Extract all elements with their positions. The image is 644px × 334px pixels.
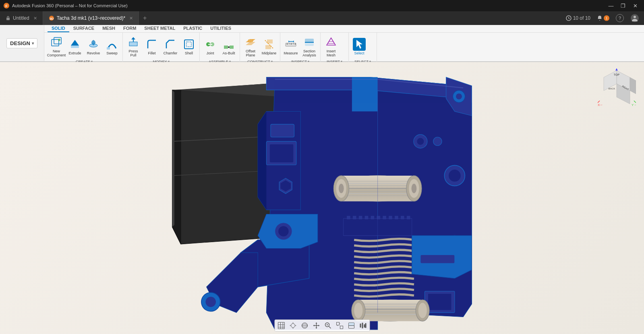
tab-right-controls: 10 of 10 1 ? bbox=[561, 11, 644, 25]
svg-rect-103 bbox=[353, 216, 356, 219]
viewport-area: TOP RIGHT BACK Z X← Y→ bbox=[0, 62, 644, 334]
modify-group: PressPull Fillet bbox=[123, 33, 200, 64]
svg-point-59 bbox=[205, 297, 216, 307]
midplane-button[interactable]: Midplane bbox=[260, 36, 278, 57]
pan-button[interactable] bbox=[311, 321, 322, 330]
svg-marker-120 bbox=[630, 77, 636, 94]
revolve-button[interactable]: Revolve bbox=[85, 36, 102, 57]
midplane-label: Midplane bbox=[262, 52, 277, 56]
display-settings-button[interactable] bbox=[357, 321, 369, 330]
history-counter[interactable]: 10 of 10 bbox=[566, 15, 590, 21]
restore-button[interactable]: ❐ bbox=[617, 0, 629, 11]
tab-form[interactable]: FORM bbox=[119, 25, 140, 32]
close-button[interactable]: ✕ bbox=[630, 0, 641, 11]
tab-plastic[interactable]: PLASTIC bbox=[179, 25, 206, 32]
tab-untitled[interactable]: Untitled ✕ bbox=[0, 11, 43, 25]
extrude-button[interactable]: Extrude bbox=[66, 36, 84, 57]
insert-mesh-label: InsertMesh bbox=[327, 50, 336, 58]
assemble-group: Joint bbox=[200, 33, 240, 64]
revolve-icon bbox=[87, 38, 100, 51]
svg-text:BACK: BACK bbox=[609, 87, 615, 90]
toolbar-container: DESIGN ▾ SOLID SURFACE MESH FORM SHEET M… bbox=[0, 25, 644, 62]
section-label: SectionAnalysis bbox=[302, 50, 316, 58]
svg-rect-73 bbox=[428, 294, 451, 310]
insert-mesh-button[interactable]: InsertMesh bbox=[322, 34, 340, 59]
tab-mesh[interactable]: MESH bbox=[98, 25, 119, 32]
offset-plane-button[interactable]: OffsetPlane bbox=[242, 34, 259, 59]
insert-group: InsertMesh INSERT▾ bbox=[321, 33, 349, 64]
minimize-button[interactable]: — bbox=[605, 0, 617, 11]
svg-marker-29 bbox=[246, 42, 255, 45]
extrude-icon bbox=[68, 38, 81, 51]
midplane-icon bbox=[263, 38, 275, 51]
tab-solid[interactable]: SOLID bbox=[48, 25, 69, 32]
measure-button[interactable]: Measure bbox=[282, 36, 300, 57]
insert-mesh-icon bbox=[325, 36, 338, 49]
press-pull-button[interactable]: PressPull bbox=[124, 34, 142, 59]
zoom-button[interactable] bbox=[322, 321, 333, 330]
modify-buttons: PressPull Fillet bbox=[124, 33, 198, 59]
svg-rect-2 bbox=[6, 18, 10, 20]
snap-button[interactable] bbox=[287, 321, 298, 330]
fit-button[interactable] bbox=[334, 321, 345, 330]
svg-text:TOP: TOP bbox=[614, 73, 620, 76]
svg-rect-13 bbox=[71, 46, 79, 48]
svg-point-99 bbox=[354, 303, 362, 318]
measure-label: Measure bbox=[284, 52, 298, 56]
offset-plane-icon bbox=[244, 36, 257, 49]
svg-marker-30 bbox=[246, 39, 255, 42]
section-analysis-button[interactable]: SectionAnalysis bbox=[300, 34, 318, 59]
svg-rect-156 bbox=[360, 324, 361, 328]
grid-button[interactable] bbox=[275, 321, 287, 330]
measure-icon bbox=[284, 38, 297, 51]
help-button[interactable]: ? bbox=[616, 14, 624, 22]
svg-rect-16 bbox=[107, 47, 110, 50]
history-icon bbox=[566, 15, 572, 21]
svg-rect-110 bbox=[395, 216, 398, 219]
viewcube[interactable]: TOP RIGHT BACK Z X← Y→ bbox=[598, 68, 636, 107]
svg-rect-106 bbox=[371, 216, 374, 219]
svg-marker-127 bbox=[615, 68, 618, 71]
svg-point-71 bbox=[433, 137, 441, 145]
press-pull-icon bbox=[127, 36, 140, 49]
svg-marker-141 bbox=[315, 322, 317, 324]
construct-buttons: OffsetPlane Midplan bbox=[242, 33, 278, 59]
as-built-icon bbox=[222, 38, 235, 51]
tab-utilities[interactable]: UTILITIES bbox=[206, 25, 235, 32]
svg-point-133 bbox=[291, 324, 295, 328]
as-built-button[interactable]: As-Built bbox=[220, 36, 238, 57]
tab-surface[interactable]: SURFACE bbox=[69, 25, 99, 32]
select-tool-icon bbox=[353, 38, 366, 51]
svg-rect-104 bbox=[358, 216, 362, 219]
insert-buttons: InsertMesh bbox=[322, 33, 347, 59]
shell-button[interactable]: Shell bbox=[180, 36, 198, 57]
svg-marker-144 bbox=[318, 325, 319, 326]
select-tool-button[interactable]: Select bbox=[350, 36, 368, 57]
svg-rect-108 bbox=[383, 216, 386, 219]
tab-sheet-metal[interactable]: SHEET METAL bbox=[140, 25, 179, 32]
shell-icon bbox=[182, 38, 195, 51]
fillet-button[interactable]: Fillet bbox=[143, 36, 161, 57]
sweep-button[interactable]: Sweep bbox=[103, 36, 121, 57]
joint-button[interactable]: Joint bbox=[201, 36, 219, 57]
notification-badge[interactable]: 1 bbox=[597, 15, 609, 21]
svg-rect-26 bbox=[230, 46, 234, 49]
section-view-button[interactable] bbox=[346, 321, 357, 330]
tab-untitled-close[interactable]: ✕ bbox=[33, 16, 37, 21]
add-tab-button[interactable]: + bbox=[139, 11, 151, 25]
svg-rect-159 bbox=[365, 323, 366, 328]
offset-plane-label: OffsetPlane bbox=[246, 50, 255, 58]
chamfer-icon bbox=[164, 38, 177, 51]
new-component-button[interactable]: NewComponent bbox=[48, 34, 65, 59]
tab-tacha[interactable]: 3D Tacha 3d mk1 (v13~recovered)* ✕ bbox=[43, 11, 139, 25]
design-button[interactable]: DESIGN ▾ bbox=[6, 38, 37, 48]
svg-rect-112 bbox=[406, 216, 410, 219]
account-button[interactable] bbox=[630, 14, 639, 23]
svg-marker-19 bbox=[131, 37, 135, 39]
orbit-button[interactable] bbox=[299, 321, 310, 330]
svg-marker-14 bbox=[71, 40, 79, 46]
app: F Autodesk Fusion 360 (Personal – Not fo… bbox=[0, 0, 644, 334]
model-viewport[interactable] bbox=[132, 62, 478, 330]
tab-tacha-close[interactable]: ✕ bbox=[129, 16, 133, 21]
chamfer-button[interactable]: Chamfer bbox=[162, 36, 179, 57]
